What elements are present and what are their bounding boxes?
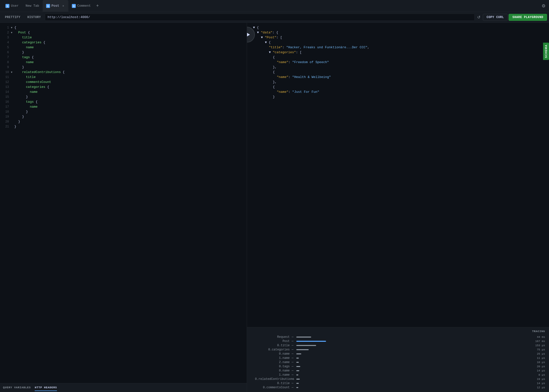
collapse-arrow[interactable]: ▼ bbox=[11, 71, 13, 74]
line-content: name bbox=[14, 105, 38, 109]
tracing-row-label: 0.categories bbox=[251, 348, 291, 351]
tracing-dot: — bbox=[292, 356, 293, 360]
share-playground-button[interactable]: SHARE PLAYGROUND bbox=[509, 14, 547, 21]
tracing-bar bbox=[296, 374, 298, 375]
editor-line: 1▼{ bbox=[0, 26, 247, 31]
response-line: ▼ "data": { bbox=[251, 31, 541, 36]
tracing-bar-container bbox=[296, 337, 531, 338]
line-content: } bbox=[14, 120, 20, 123]
tab-user[interactable]: Q User bbox=[2, 0, 22, 12]
tracing-bar bbox=[296, 366, 300, 367]
editor-lines: 1▼{2▼ Post {3 title4 categories {5 name6… bbox=[0, 26, 247, 130]
tab-post-icon: Q bbox=[46, 4, 50, 8]
line-content: } bbox=[14, 125, 16, 128]
line-number: 18 bbox=[2, 110, 9, 114]
bottom-tabs: QUERY VARIABLES HTTP HEADERS bbox=[0, 383, 247, 392]
editor-line: 11 title bbox=[0, 75, 247, 80]
tracing-row: Post — 167 ms bbox=[251, 340, 545, 343]
tracing-panel: TRACING Request — 44 ms Post — 167 ms 0.… bbox=[247, 327, 549, 392]
tab-comment-label: Comment bbox=[77, 4, 91, 8]
tracing-dot: — bbox=[292, 369, 293, 372]
line-number: 16 bbox=[2, 100, 9, 104]
collapse-arrow[interactable]: ▼ bbox=[11, 31, 13, 34]
line-number: 20 bbox=[2, 120, 9, 123]
tracing-row: 0.tags — 20 μs bbox=[251, 365, 545, 368]
tracing-value: 19 μs bbox=[533, 378, 545, 381]
right-panel: SCHEMA ▼ {▼ "data": {▼ "Post": [▼ {"titl… bbox=[247, 23, 549, 392]
add-tab-button[interactable]: + bbox=[94, 2, 101, 9]
tracing-bar-container bbox=[296, 383, 531, 384]
line-number: 8 bbox=[2, 61, 9, 64]
tracing-row: 0.title — 153 μs bbox=[251, 344, 545, 347]
query-editor[interactable]: 1▼{2▼ Post {3 title4 categories {5 name6… bbox=[0, 23, 247, 383]
response-line: "title": "Hacker, Freaks und Funktionäre… bbox=[251, 46, 541, 50]
line-number: 6 bbox=[2, 51, 9, 54]
response-line: ▼ "Post": [ bbox=[251, 36, 541, 41]
tracing-row: 0.name — 25 μs bbox=[251, 352, 545, 356]
settings-button[interactable]: ⚙ bbox=[540, 2, 547, 10]
tracing-row-label: 0.title bbox=[251, 382, 291, 385]
response-area: ▼ {▼ "data": {▼ "Post": [▼ {"title": "Ha… bbox=[247, 23, 549, 327]
editor-line: 14 name bbox=[0, 90, 247, 95]
tracing-row-label: 0.commentsCount bbox=[251, 386, 291, 389]
tracing-bar-container bbox=[296, 349, 531, 350]
tab-query-variables[interactable]: QUERY VARIABLES bbox=[3, 385, 31, 391]
tracing-rows: Request — 44 ms Post — 167 ms 0.title — … bbox=[251, 335, 545, 389]
tracing-row-label: Post bbox=[251, 340, 291, 343]
editor-line: 17 name bbox=[0, 105, 247, 110]
line-content: title bbox=[14, 36, 32, 39]
tab-comment[interactable]: Q Comment bbox=[68, 0, 94, 12]
line-content: commentsCount bbox=[14, 80, 51, 84]
line-number: 3 bbox=[2, 36, 9, 39]
toolbar: PRETTIFY HISTORY ↺ COPY CURL SHARE PLAYG… bbox=[0, 12, 549, 23]
tracing-row-label: 0.title bbox=[251, 344, 291, 347]
line-content: } bbox=[14, 50, 24, 54]
tracing-dot: — bbox=[292, 344, 293, 347]
line-number: 7 bbox=[2, 56, 9, 59]
editor-line: 21} bbox=[0, 125, 247, 130]
tracing-dot: — bbox=[292, 377, 293, 381]
line-number: 12 bbox=[2, 80, 9, 84]
reset-button[interactable]: ↺ bbox=[476, 14, 482, 21]
line-content: name bbox=[14, 90, 38, 94]
response-line: { bbox=[251, 85, 541, 90]
tracing-dot: — bbox=[292, 373, 293, 377]
schema-button[interactable]: SCHEMA bbox=[543, 43, 549, 60]
editor-line: 8 name bbox=[0, 60, 247, 65]
tracing-row: 0.title — 14 μs bbox=[251, 382, 545, 385]
line-content: } bbox=[14, 115, 24, 119]
line-content: title bbox=[14, 75, 36, 79]
editor-line: 19 } bbox=[0, 115, 247, 120]
history-button[interactable]: HISTORY bbox=[24, 14, 44, 21]
tab-http-headers[interactable]: HTTP HEADERS bbox=[35, 385, 57, 391]
editor-line: 12 commentsCount bbox=[0, 80, 247, 85]
tracing-bar-container bbox=[296, 358, 531, 359]
tracing-value: 14 μs bbox=[533, 382, 545, 385]
tracing-bar bbox=[296, 349, 309, 350]
response-lines: ▼ {▼ "data": {▼ "Post": [▼ {"title": "Ha… bbox=[251, 26, 541, 100]
response-line: { bbox=[251, 55, 541, 60]
tracing-bar bbox=[296, 362, 299, 363]
tracing-bar-container bbox=[296, 387, 531, 388]
response-line: ▼ "categories": [ bbox=[251, 50, 541, 55]
prettify-button[interactable]: PRETTIFY bbox=[2, 14, 23, 21]
url-input[interactable] bbox=[45, 14, 475, 21]
line-number: 13 bbox=[2, 85, 9, 89]
collapse-arrow[interactable]: ▼ bbox=[11, 26, 13, 29]
play-icon bbox=[247, 32, 250, 38]
copy-curl-button[interactable]: COPY CURL bbox=[483, 14, 508, 21]
line-number: 9 bbox=[2, 66, 9, 69]
tab-post[interactable]: Q Post ✕ bbox=[43, 0, 68, 12]
line-content: name bbox=[14, 60, 34, 64]
tracing-row: 2.name — 10 μs bbox=[251, 361, 545, 364]
tab-post-close[interactable]: ✕ bbox=[62, 4, 65, 8]
tracing-row: 0.name — 14 μs bbox=[251, 369, 545, 372]
tracing-row-label: 1.name bbox=[251, 356, 291, 360]
tracing-value: 44 ms bbox=[533, 336, 545, 339]
tracing-value: 12 μs bbox=[533, 386, 545, 389]
editor-line: 15 } bbox=[0, 95, 247, 100]
tracing-value: 75 μs bbox=[533, 348, 545, 351]
tracing-row: 0.relatedContributions — 19 μs bbox=[251, 377, 545, 381]
tracing-row-label: 2.name bbox=[251, 361, 291, 364]
tab-newtab[interactable]: New Tab bbox=[22, 0, 43, 12]
